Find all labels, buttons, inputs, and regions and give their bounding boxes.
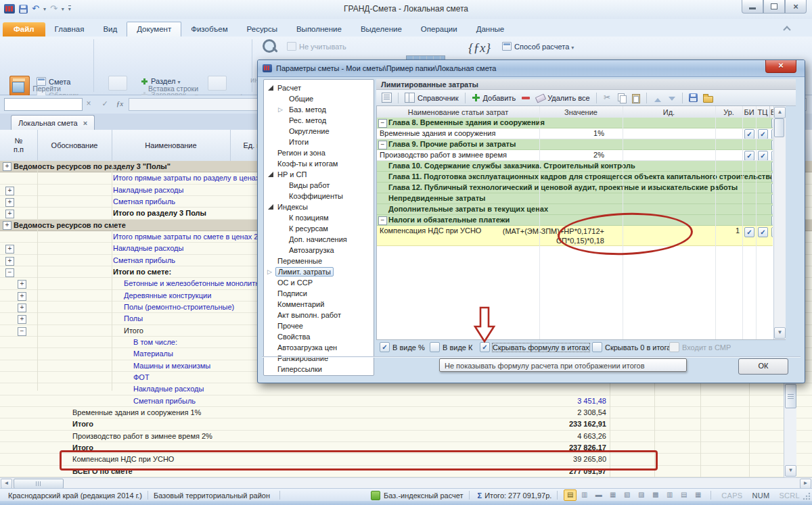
- tree-expand-icon[interactable]: [279, 183, 284, 188]
- scroll-right-icon[interactable]: ►: [800, 479, 811, 489]
- cost-row[interactable]: Глава 11. Подготовка эксплуатационных ка…: [377, 172, 773, 183]
- resize-grip[interactable]: [803, 492, 811, 500]
- expand-icon[interactable]: +: [3, 221, 12, 230]
- tree-item[interactable]: Регион и зона: [264, 147, 374, 158]
- ribbon-tab[interactable]: Главная: [45, 22, 94, 37]
- bm-checkbox[interactable]: ✓: [771, 205, 773, 215]
- scroll-left-icon[interactable]: ◄: [1, 479, 12, 489]
- expand-icon[interactable]: +: [5, 257, 14, 266]
- load-list-button[interactable]: [700, 91, 715, 105]
- tree-expand-icon[interactable]: [279, 237, 284, 242]
- tree-item[interactable]: НР и СП: [264, 169, 374, 180]
- sposob-dropdown-icon[interactable]: ▾: [571, 45, 574, 51]
- status-tool-icon[interactable]: ▬: [592, 489, 605, 501]
- tc-checkbox[interactable]: ✓: [758, 151, 768, 161]
- tree-item[interactable]: Автозагрузка: [264, 245, 374, 256]
- col-id[interactable]: Ид.: [623, 106, 716, 118]
- ribbon-tab[interactable]: Выполнение: [287, 22, 351, 37]
- tree-item[interactable]: Лимит. затраты: [264, 266, 374, 277]
- bi-checkbox[interactable]: ✓: [744, 129, 754, 139]
- calc-method-label[interactable]: Баз.-индексный расчет: [384, 491, 463, 500]
- col-name[interactable]: Наименование статьи затрат: [377, 106, 540, 118]
- expand-icon[interactable]: +: [5, 187, 14, 195]
- tree-item[interactable]: Подписи: [264, 288, 374, 299]
- tree-expand-icon[interactable]: [279, 139, 284, 145]
- tc-checkbox[interactable]: ✓: [758, 129, 768, 139]
- tree-item[interactable]: Гиперссылки: [264, 364, 374, 375]
- close-tab-icon[interactable]: ×: [83, 119, 87, 127]
- ribbon-tab[interactable]: Ресурсы: [238, 22, 287, 37]
- dialog-title-bar[interactable]: Параметры сметы - Мои сметы\Пример папки…: [258, 60, 805, 77]
- tree-item[interactable]: Баз. метод: [264, 104, 374, 115]
- tree-expand-icon[interactable]: [279, 118, 284, 123]
- bm-checkbox[interactable]: ✓: [771, 129, 773, 139]
- minimize-button[interactable]: [742, 0, 763, 14]
- status-tool-icon[interactable]: ▧: [621, 489, 633, 501]
- tree-item[interactable]: Округление: [264, 126, 374, 137]
- tree-expand-icon[interactable]: [279, 247, 284, 253]
- expand-icon[interactable]: −: [18, 327, 26, 336]
- ribbon-tab[interactable]: Данные: [467, 22, 514, 37]
- cost-row[interactable]: − Глава 8. Временные здания и сооружения…: [377, 118, 773, 128]
- expand-icon[interactable]: −: [5, 268, 14, 277]
- cost-row[interactable]: − Глава 9. Прочие работы и затраты ✓ ✓ ✓: [377, 139, 773, 150]
- tree-expand-icon[interactable]: [279, 107, 284, 112]
- ribbon-tab[interactable]: Выделение: [351, 22, 411, 37]
- tree-expand-icon[interactable]: [268, 85, 273, 91]
- tree-expand-icon[interactable]: [268, 334, 273, 339]
- column-obosnovanie[interactable]: Обоснование: [37, 130, 112, 161]
- table-row[interactable]: Накладные расходы: [0, 383, 812, 395]
- tree-item[interactable]: Итоги: [264, 137, 374, 147]
- status-tool-icon[interactable]: ▦: [692, 489, 704, 501]
- bm-checkbox[interactable]: ✓: [771, 151, 773, 161]
- status-tool-icon[interactable]: ▦: [606, 489, 619, 501]
- tree-expand-icon[interactable]: [279, 215, 284, 220]
- tree-item[interactable]: Доп. начисления: [264, 234, 374, 245]
- tree-expand-icon[interactable]: [279, 226, 284, 231]
- status-tool-icon[interactable]: ▥: [578, 489, 591, 501]
- expand-icon[interactable]: +: [5, 198, 14, 207]
- bm-checkbox[interactable]: ✓: [771, 227, 773, 237]
- cost-row[interactable]: Временные здания и сооружения 1% ✓ ✓ ✓: [377, 128, 773, 139]
- position-input[interactable]: [4, 98, 83, 111]
- grid-scrollbar-thumb[interactable]: [774, 118, 784, 137]
- tree-item[interactable]: Свойства: [264, 331, 374, 342]
- bm-checkbox[interactable]: ✓: [771, 118, 773, 128]
- cancel-formula-icon[interactable]: ×: [83, 98, 95, 110]
- tree-expand-icon[interactable]: [268, 323, 273, 329]
- collapse-icon[interactable]: −: [378, 216, 387, 225]
- expand-icon[interactable]: +: [5, 210, 14, 218]
- tree-expand-icon[interactable]: [268, 291, 273, 296]
- sposob-rascheta-button[interactable]: Способ расчета ▾: [502, 42, 574, 51]
- expand-icon[interactable]: +: [18, 315, 26, 324]
- grid-scroll-up-icon[interactable]: ▲: [774, 107, 786, 118]
- tree-expand-icon[interactable]: [268, 302, 273, 307]
- col-tc[interactable]: ТЦ: [756, 106, 770, 118]
- column-naimenovanie[interactable]: Наименование: [112, 130, 231, 161]
- tree-item[interactable]: Общие: [264, 93, 374, 104]
- tree-item[interactable]: Акт выполн. работ: [264, 310, 374, 320]
- grid-scroll-down-icon[interactable]: ▼: [774, 327, 786, 339]
- tree-expand-icon[interactable]: [268, 312, 273, 318]
- formula-fx-icon[interactable]: {ƒx}: [468, 41, 491, 55]
- collapse-ribbon-icon[interactable]: [781, 23, 793, 32]
- cost-row[interactable]: Непредвиденные затраты ✓ ✓ ✓: [377, 193, 773, 204]
- tree-expand-icon[interactable]: [268, 258, 273, 264]
- status-tool-icon[interactable]: ▩: [649, 489, 662, 501]
- spravochnik-button[interactable]: Справочник: [402, 91, 461, 105]
- tree-item[interactable]: К ресурсам: [264, 223, 374, 234]
- expand-icon[interactable]: +: [18, 304, 26, 312]
- ribbon-tab[interactable]: Операции: [411, 22, 467, 37]
- tree-item[interactable]: Расчет: [264, 82, 374, 93]
- bm-checkbox[interactable]: ✓: [771, 183, 773, 193]
- expand-icon[interactable]: +: [18, 292, 26, 301]
- tree-item[interactable]: Рес. метод: [264, 115, 374, 126]
- vertical-scrollbar-thumb[interactable]: [785, 384, 796, 408]
- tree-item[interactable]: Индексы: [264, 201, 374, 212]
- tree-expand-icon[interactable]: [268, 269, 273, 274]
- horizontal-scrollbar[interactable]: ◄ ►: [0, 477, 812, 489]
- cost-row[interactable]: Глава 10. Содержание службы заказчика. С…: [377, 161, 773, 172]
- col-bi[interactable]: БИ: [742, 106, 757, 118]
- col-value[interactable]: Значение: [539, 106, 623, 118]
- tree-item[interactable]: Автозагрузка цен: [264, 342, 374, 353]
